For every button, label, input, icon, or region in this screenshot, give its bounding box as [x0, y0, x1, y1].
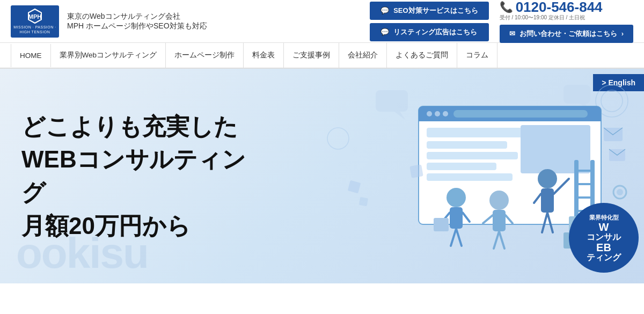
- phone-hours: 受付 / 10:00〜19:00 定休日 / 土日祝: [500, 14, 586, 21]
- svg-rect-25: [450, 207, 463, 229]
- svg-rect-20: [427, 152, 518, 159]
- seal-line3: コンサル: [587, 232, 621, 242]
- nav-item-web-consulting[interactable]: 業界別Webコンサルティング: [51, 43, 166, 68]
- hero-text-block: どこよりも充実した WEBコンサルティング 月額20万円から: [0, 89, 290, 264]
- nav-link-pricing[interactable]: 料金表: [244, 43, 284, 68]
- svg-rect-7: [564, 85, 590, 104]
- nav-item-column[interactable]: コラム: [457, 43, 497, 68]
- seal-eb: EB: [596, 242, 611, 253]
- hero-title-line3: 月額20万円から: [21, 209, 268, 243]
- seal-line5: ティング: [587, 253, 621, 262]
- phone-number: 0120-546-844: [516, 0, 603, 14]
- svg-line-36: [499, 231, 504, 249]
- svg-line-35: [494, 231, 499, 249]
- svg-rect-30: [434, 218, 449, 231]
- nav-link-about[interactable]: 会社紹介: [339, 43, 387, 68]
- nav-item-home[interactable]: HOME: [11, 44, 51, 67]
- phone-icon: 📞: [500, 1, 513, 13]
- svg-point-31: [489, 191, 509, 210]
- hero-title-line1: どこよりも充実した: [21, 110, 268, 143]
- svg-point-4: [327, 128, 349, 149]
- nav-item-homepage[interactable]: ホームページ制作: [166, 43, 244, 68]
- nav-link-cases[interactable]: ご支援事例: [284, 43, 339, 68]
- svg-rect-21: [427, 163, 496, 170]
- seo-button[interactable]: 💬 SEO対策サービスはこちら: [370, 2, 488, 20]
- desc-line2: MPH ホームページ制作やSEO対策も対応: [67, 21, 207, 31]
- svg-line-29: [456, 229, 462, 246]
- svg-point-55: [617, 189, 623, 195]
- svg-point-16: [443, 111, 448, 116]
- arrow-icon: ›: [621, 30, 624, 38]
- svg-rect-17: [453, 110, 588, 118]
- contact-button[interactable]: ✉ お問い合わせ・ご依頼はこちら ›: [500, 25, 633, 43]
- listing-button[interactable]: 💬 リスティング広告はこちら: [370, 23, 488, 41]
- phone-area: 📞 0120-546-844 受付 / 10:00〜19:00 定休日 / 土日…: [500, 0, 633, 43]
- logo-tagline-small: MISSION · PASSION · HIGH TENSION: [13, 25, 57, 34]
- svg-rect-32: [493, 210, 506, 231]
- header-cta-buttons: 💬 SEO対策サービスはこちら 💬 リスティング広告はこちら: [370, 2, 488, 41]
- header: MPH MISSION · PASSION · HIGH TENSION 東京の…: [0, 0, 644, 43]
- seal-text: 業界特化型 W コンサル EB ティング: [587, 214, 621, 262]
- nav-link-home[interactable]: HOME: [11, 44, 51, 67]
- nav-link-homepage[interactable]: ホームページ制作: [166, 43, 244, 68]
- svg-rect-5: [376, 90, 408, 112]
- svg-marker-6: [394, 112, 405, 120]
- svg-rect-23: [521, 125, 590, 173]
- chat-icon: 💬: [380, 6, 389, 14]
- desc-line1: 東京のWebコンサルティング会社: [67, 12, 207, 21]
- svg-text:MPH: MPH: [28, 13, 42, 20]
- nav-item-about[interactable]: 会社紹介: [339, 43, 387, 68]
- seal-badge: 業界特化型 W コンサル EB ティング: [569, 203, 639, 273]
- chat2-icon: 💬: [380, 28, 389, 36]
- svg-point-14: [427, 111, 432, 116]
- phone-number-wrap: 📞 0120-546-844: [500, 0, 603, 14]
- seal-line2: W: [587, 222, 621, 232]
- mail-icon: ✉: [509, 30, 515, 38]
- nav-link-column[interactable]: コラム: [457, 43, 497, 68]
- svg-rect-38: [541, 188, 554, 213]
- svg-rect-19: [427, 141, 507, 149]
- nav-item-cases[interactable]: ご支援事例: [284, 43, 339, 68]
- svg-rect-22: [427, 173, 513, 181]
- seal-line1: 業界特化型: [587, 214, 621, 222]
- main-nav: HOME 業界別Webコンサルティング ホームページ制作 料金表 ご支援事例 会…: [0, 43, 644, 69]
- company-description: 東京のWebコンサルティング会社 MPH ホームページ制作やSEO対策も対応: [67, 12, 207, 31]
- svg-point-37: [538, 169, 557, 188]
- hero-title: どこよりも充実した WEBコンサルティング 月額20万円から: [21, 110, 268, 242]
- svg-point-3: [601, 90, 623, 112]
- svg-point-15: [435, 111, 440, 116]
- nav-link-faq[interactable]: よくあるご質問: [387, 43, 457, 68]
- logo: MPH MISSION · PASSION · HIGH TENSION: [11, 5, 59, 38]
- hero-section: > English どこよりも充実した WEBコンサルティング 月額20万円から…: [0, 69, 644, 283]
- logo-icon: MPH: [27, 8, 43, 24]
- svg-rect-10: [359, 197, 368, 206]
- svg-line-28: [451, 229, 456, 246]
- nav-list: HOME 業界別Webコンサルティング ホームページ制作 料金表 ご支援事例 会…: [11, 43, 633, 68]
- svg-rect-56: [409, 164, 423, 178]
- hero-title-line2: WEBコンサルティング: [21, 143, 268, 209]
- seal-line45: EB: [587, 242, 621, 253]
- svg-point-24: [447, 188, 466, 207]
- nav-item-pricing[interactable]: 料金表: [244, 43, 284, 68]
- nav-item-faq[interactable]: よくあるご質問: [387, 43, 457, 68]
- svg-rect-18: [427, 128, 534, 137]
- svg-rect-9: [348, 180, 361, 193]
- nav-link-web-consulting[interactable]: 業界別Webコンサルティング: [51, 43, 166, 68]
- logo-area: MPH MISSION · PASSION · HIGH TENSION 東京の…: [11, 5, 215, 38]
